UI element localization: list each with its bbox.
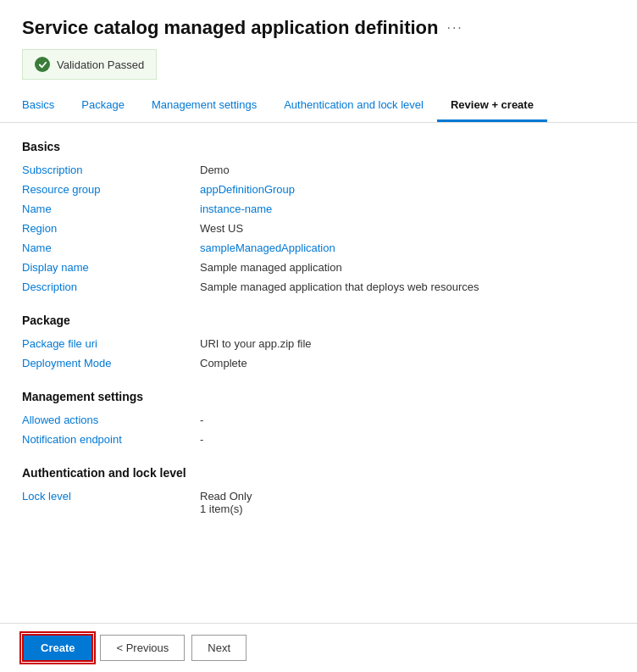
field-label-app-name: Name (22, 242, 200, 254)
field-value-region: West US (200, 222, 615, 235)
section-basics: Basics Subscription Demo Resource group … (22, 140, 615, 293)
field-value-subscription: Demo (200, 164, 615, 176)
field-value-notification-endpoint: - (200, 433, 615, 446)
section-title-management-settings: Management settings (22, 390, 615, 403)
field-label-package-uri: Package file uri (22, 337, 200, 350)
field-label-description: Description (22, 280, 200, 293)
main-content: Basics Subscription Demo Resource group … (0, 123, 637, 623)
field-allowed-actions: Allowed actions - (22, 414, 615, 426)
section-management-settings: Management settings Allowed actions - No… (22, 390, 615, 446)
field-package-uri: Package file uri URI to your app.zip fil… (22, 337, 615, 350)
field-label-lock-level: Lock level (22, 490, 200, 503)
field-value-app-name[interactable]: sampleManagedApplication (200, 242, 615, 254)
field-name: Name instance-name (22, 203, 615, 215)
tab-management-settings[interactable]: Management settings (138, 90, 270, 122)
footer: Create < Previous Next (0, 623, 637, 672)
field-label-name: Name (22, 203, 200, 215)
field-resource-group: Resource group appDefinitionGroup (22, 183, 615, 196)
tab-package[interactable]: Package (68, 90, 138, 122)
field-label-resource-group: Resource group (22, 183, 200, 196)
page-title: Service catalog managed application defi… (22, 17, 438, 39)
field-value-description: Sample managed application that deploys … (200, 280, 615, 293)
tab-auth-lock[interactable]: Authentication and lock level (270, 90, 437, 122)
field-value-package-uri: URI to your app.zip file (200, 337, 615, 350)
field-deployment-mode: Deployment Mode Complete (22, 357, 615, 369)
tab-review-create[interactable]: Review + create (437, 90, 547, 122)
field-label-deployment-mode: Deployment Mode (22, 357, 200, 369)
field-lock-level: Lock level Read Only1 item(s) (22, 490, 615, 515)
section-package: Package Package file uri URI to your app… (22, 314, 615, 369)
header: Service catalog managed application defi… (0, 0, 637, 49)
section-title-package: Package (22, 314, 615, 327)
field-label-region: Region (22, 222, 200, 235)
field-value-lock-level: Read Only1 item(s) (200, 490, 615, 515)
field-value-deployment-mode: Complete (200, 357, 615, 369)
field-subscription: Subscription Demo (22, 164, 615, 176)
field-value-name[interactable]: instance-name (200, 203, 615, 215)
field-label-notification-endpoint: Notification endpoint (22, 433, 200, 446)
field-description: Description Sample managed application t… (22, 280, 615, 293)
previous-button[interactable]: < Previous (100, 635, 185, 661)
field-value-display-name: Sample managed application (200, 261, 615, 274)
field-label-subscription: Subscription (22, 164, 200, 176)
section-title-basics: Basics (22, 140, 615, 153)
validation-check-icon (35, 57, 50, 72)
field-value-allowed-actions: - (200, 414, 615, 426)
tab-basics[interactable]: Basics (22, 90, 68, 122)
page-container: Service catalog managed application defi… (0, 0, 637, 672)
next-button[interactable]: Next (191, 635, 246, 661)
validation-banner: Validation Passed (22, 49, 157, 80)
field-app-name: Name sampleManagedApplication (22, 242, 615, 254)
field-label-display-name: Display name (22, 261, 200, 274)
field-display-name: Display name Sample managed application (22, 261, 615, 274)
header-more-icon[interactable]: ··· (446, 20, 463, 36)
tab-bar: Basics Package Management settings Authe… (0, 90, 637, 123)
field-notification-endpoint: Notification endpoint - (22, 433, 615, 446)
validation-text: Validation Passed (57, 58, 144, 71)
create-button[interactable]: Create (22, 634, 93, 662)
section-auth-lock: Authentication and lock level Lock level… (22, 466, 615, 515)
field-region: Region West US (22, 222, 615, 235)
field-label-allowed-actions: Allowed actions (22, 414, 200, 426)
section-title-auth-lock: Authentication and lock level (22, 466, 615, 480)
field-value-resource-group[interactable]: appDefinitionGroup (200, 183, 615, 196)
